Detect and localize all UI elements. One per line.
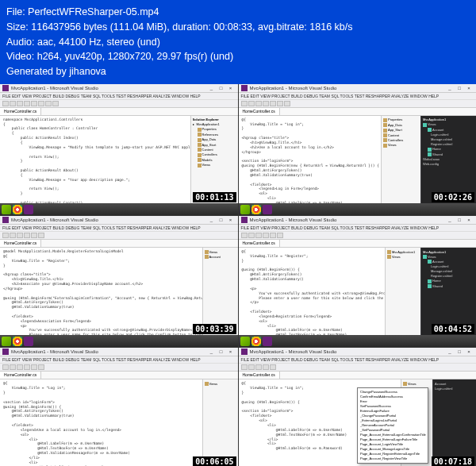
vs-icon bbox=[2, 85, 9, 91]
timestamp: 00:01:13 bbox=[193, 192, 236, 202]
vs-icon bbox=[2, 217, 9, 223]
intellisense-popup[interactable]: ChangePasswordSuccess ConfirmEmailAddres… bbox=[357, 387, 428, 464]
maximize-button[interactable]: □ bbox=[217, 85, 226, 91]
timestamp: 00:07:18 bbox=[432, 456, 474, 466]
taskbar[interactable] bbox=[0, 203, 238, 215]
vs-icon bbox=[241, 85, 248, 91]
thumbnail-2[interactable]: MvcApplication1 - Microsoft Visual Studi… bbox=[239, 84, 477, 215]
start-button[interactable] bbox=[2, 205, 11, 214]
media-info-header: File: PerfectWFReSharper-05.mp4 Size: 11… bbox=[0, 0, 476, 84]
toolbar[interactable] bbox=[0, 100, 238, 108]
code-editor[interactable]: namespace MvcApplication1.Controllers { … bbox=[0, 116, 190, 206]
file-name: PerfectWFReSharper-05.mp4 bbox=[28, 6, 159, 17]
timestamp: 00:03:39 bbox=[193, 324, 236, 334]
code-editor[interactable]: @model MvcApplication1.Models.RegisterEx… bbox=[0, 248, 202, 337]
vs-icon bbox=[241, 349, 248, 355]
vs-taskbar-icon[interactable] bbox=[24, 205, 33, 214]
thumbnail-6[interactable]: MvcApplication1 - Microsoft Visual Studi… bbox=[239, 348, 477, 466]
window-title: MvcApplication1 - Microsoft Visual Studi… bbox=[0, 84, 238, 93]
close-button[interactable]: × bbox=[226, 85, 236, 91]
thumbnail-5[interactable]: MvcApplication1 - Microsoft Visual Studi… bbox=[0, 348, 238, 466]
code-editor[interactable]: @{ ViewBag.Title = "Log in"; } <hgroup c… bbox=[239, 116, 382, 206]
code-editor[interactable]: @{ ViewBag.Title = "Register"; } @using … bbox=[239, 248, 386, 337]
timestamp: 00:06:05 bbox=[193, 456, 236, 466]
timestamp: 00:04:52 bbox=[432, 324, 474, 334]
timestamp: 00:02:26 bbox=[432, 192, 474, 202]
minimize-button[interactable]: _ bbox=[207, 85, 217, 91]
code-editor[interactable]: @{ ViewBag.Title = "Log in"; } <section … bbox=[0, 379, 202, 466]
vs-icon bbox=[241, 217, 248, 223]
tab-bar[interactable]: HomeController.cs bbox=[0, 108, 238, 116]
menu-bar[interactable]: FILE EDIT VIEW PROJECT BUILD DEBUG TEAM … bbox=[0, 93, 238, 100]
editor-tab: HomeController.cs bbox=[0, 108, 41, 115]
chrome-icon[interactable] bbox=[13, 205, 22, 214]
thumbnail-4[interactable]: MvcApplication1 - Microsoft Visual Studi… bbox=[239, 216, 477, 347]
thumbnail-grid: MvcApplication1 - Microsoft Visual Studi… bbox=[0, 84, 476, 466]
thumbnail-1[interactable]: MvcApplication1 - Microsoft Visual Studi… bbox=[0, 84, 238, 215]
vs-icon bbox=[2, 349, 9, 355]
solution-explorer[interactable]: Properties App_Data App_Start Content Co… bbox=[381, 116, 420, 206]
thumbnail-3[interactable]: MvcApplication1 - Microsoft Visual Studi… bbox=[0, 216, 238, 347]
